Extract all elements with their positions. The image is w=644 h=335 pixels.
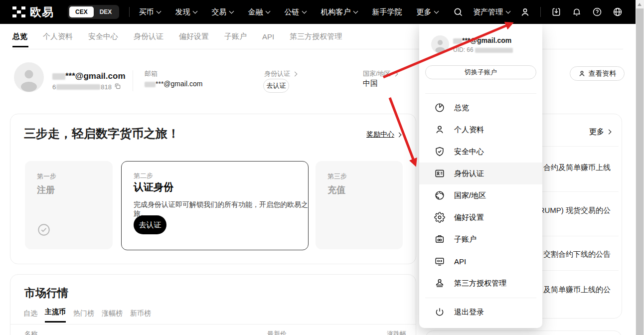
- nav-institutions[interactable]: 机构客户: [321, 7, 357, 17]
- chevron-down-icon: [266, 9, 271, 14]
- nav-academy[interactable]: 新手学院: [372, 7, 402, 17]
- language-globe-icon[interactable]: [612, 7, 623, 17]
- verify-now-button[interactable]: 去认证: [263, 79, 289, 93]
- country-label[interactable]: 国家/地区: [363, 69, 397, 78]
- menu-item-subaccounts[interactable]: 子账户: [419, 228, 542, 250]
- menu-item-personal-info[interactable]: 个人资料: [419, 119, 542, 141]
- dropdown-uid: UID: 66: [453, 46, 513, 53]
- search-icon[interactable]: [453, 7, 463, 17]
- page-scrollbar[interactable]: [636, 0, 644, 335]
- step-number: 第二步: [134, 171, 153, 180]
- announcements-more-link[interactable]: 更多: [589, 127, 611, 137]
- step-title: 充值: [327, 184, 345, 196]
- step-card-register: 第一步 注册: [25, 161, 113, 249]
- gear-icon: [434, 212, 445, 223]
- profile-divider: [133, 70, 133, 91]
- account-subnav: 总览 个人资料 安全中心 身份认证 偏好设置 子账户 API 第三方授权管理: [12, 24, 342, 49]
- logo-text: 欧易: [30, 4, 54, 20]
- assets-menu[interactable]: 资产管理: [473, 7, 510, 17]
- announcement-item[interactable]: 合约及简单赚币上线: [543, 163, 611, 172]
- power-icon: [434, 307, 445, 318]
- profile-email: ***@gmail.com: [52, 71, 126, 81]
- top-navbar: 欧易 CEX DEX 买币 发现 交易 金融 公链 机构客户 新手学院 更多 资…: [0, 0, 636, 24]
- menu-item-overview[interactable]: 总览: [419, 97, 542, 119]
- country-value: 中国: [363, 79, 378, 88]
- dropdown-avatar: [431, 35, 449, 53]
- chevron-right-icon: [393, 71, 398, 76]
- step-card-deposit: 第三步 充值: [316, 161, 403, 249]
- check-circle-icon: [37, 223, 51, 239]
- user-account-icon[interactable]: [520, 7, 530, 17]
- chevron-down-icon: [434, 9, 439, 14]
- redacted-text: [453, 38, 462, 44]
- tab-api[interactable]: API: [262, 32, 274, 41]
- chevron-right-icon: [293, 71, 298, 76]
- kyc-label[interactable]: 身份认证: [264, 69, 297, 78]
- tabs-border: [10, 324, 416, 325]
- tab-new-coins[interactable]: 新币榜: [130, 309, 151, 323]
- person-icon: [578, 70, 586, 77]
- scrollbar-up-arrow[interactable]: [638, 3, 642, 6]
- step-number: 第三步: [327, 172, 347, 181]
- tab-favorites[interactable]: 自选: [23, 309, 37, 323]
- cex-dex-toggle: CEX DEX: [68, 5, 119, 19]
- menu-item-preferences[interactable]: 偏好设置: [419, 206, 542, 228]
- copy-icon[interactable]: [114, 83, 121, 91]
- chevron-down-icon: [302, 9, 307, 14]
- nav-chain[interactable]: 公链: [284, 7, 306, 17]
- tab-preferences[interactable]: 偏好设置: [179, 32, 209, 41]
- help-icon[interactable]: [592, 7, 602, 17]
- market-tabs: 自选 主流币 热门榜 涨幅榜 新币榜: [23, 308, 151, 323]
- tab-mainstream[interactable]: 主流币: [45, 308, 66, 323]
- tab-subaccounts[interactable]: 子账户: [224, 32, 247, 41]
- nav-trade[interactable]: 交易: [211, 7, 233, 17]
- menu-item-country-region[interactable]: 国家/地区: [419, 184, 542, 206]
- user-icon: [434, 124, 445, 135]
- tab-gainers[interactable]: 涨幅榜: [102, 309, 123, 323]
- okx-logo[interactable]: 欧易: [12, 4, 54, 20]
- tab-identity-verification[interactable]: 身份认证: [134, 32, 163, 41]
- chevron-right-icon: [607, 130, 612, 135]
- menu-item-third-party-auth[interactable]: 第三方授权管理: [419, 272, 542, 294]
- view-profile-button[interactable]: 查看资料: [570, 66, 625, 81]
- menu-item-security-center[interactable]: 安全中心: [419, 141, 542, 163]
- column-change: 涨跌幅: [387, 330, 406, 335]
- menu-item-identity-verification[interactable]: 身份认证: [419, 163, 542, 184]
- dex-toggle[interactable]: DEX: [94, 6, 118, 17]
- nav-finance[interactable]: 金融: [248, 7, 270, 17]
- announcement-item[interactable]: TRUMP) 现货交易的公: [535, 206, 611, 215]
- tab-security-center[interactable]: 安全中心: [88, 32, 118, 41]
- menu-item-api[interactable]: API: [419, 250, 542, 272]
- menu-item-logout[interactable]: 退出登录: [419, 301, 542, 323]
- chevron-down-icon: [193, 9, 198, 14]
- cex-toggle[interactable]: CEX: [69, 6, 94, 17]
- scrollbar-thumb[interactable]: [636, 8, 644, 335]
- notifications-bell-icon[interactable]: [571, 7, 582, 17]
- redacted-text: [475, 48, 513, 53]
- okx-logo-icon: [12, 6, 25, 17]
- market-title: 市场行情: [24, 286, 68, 301]
- api-icon: [434, 256, 445, 267]
- step-card-verify: 第二步 认证身份 完成身份认证即可解锁我们的所有功能，开启您的欧易之旅。 去认证: [121, 161, 309, 250]
- go-verify-button[interactable]: 去认证: [134, 215, 166, 234]
- chevron-down-icon: [157, 9, 161, 14]
- nav-more[interactable]: 更多: [416, 7, 438, 17]
- nav-discover[interactable]: 发现: [175, 7, 197, 17]
- nav-buy-crypto[interactable]: 买币: [139, 7, 161, 17]
- announcement-item[interactable]: 交割合约下线的公告: [543, 250, 611, 259]
- tab-hot[interactable]: 热门榜: [73, 309, 94, 323]
- redacted-text: [56, 84, 100, 90]
- announcement-item[interactable]: 及简单赚币上线的公: [543, 285, 611, 295]
- redacted-text: [145, 82, 156, 87]
- switch-subaccount-button[interactable]: 切换子账户: [425, 65, 536, 79]
- reward-center-link[interactable]: 奖励中心: [366, 130, 401, 139]
- navbar-divider: [540, 7, 541, 17]
- tab-personal-info[interactable]: 个人资料: [43, 32, 73, 41]
- download-app-icon[interactable]: [551, 7, 561, 17]
- chevron-down-icon: [229, 9, 234, 14]
- market-card: 市场行情 自选 主流币 热门榜 涨幅榜 新币榜 名称 最新价 涨跌幅: [10, 274, 416, 335]
- tab-third-party-auth[interactable]: 第三方授权管理: [290, 32, 342, 41]
- shield-check-icon: [434, 146, 445, 157]
- tab-overview[interactable]: 总览: [12, 32, 27, 41]
- navbar-divider: [129, 7, 130, 17]
